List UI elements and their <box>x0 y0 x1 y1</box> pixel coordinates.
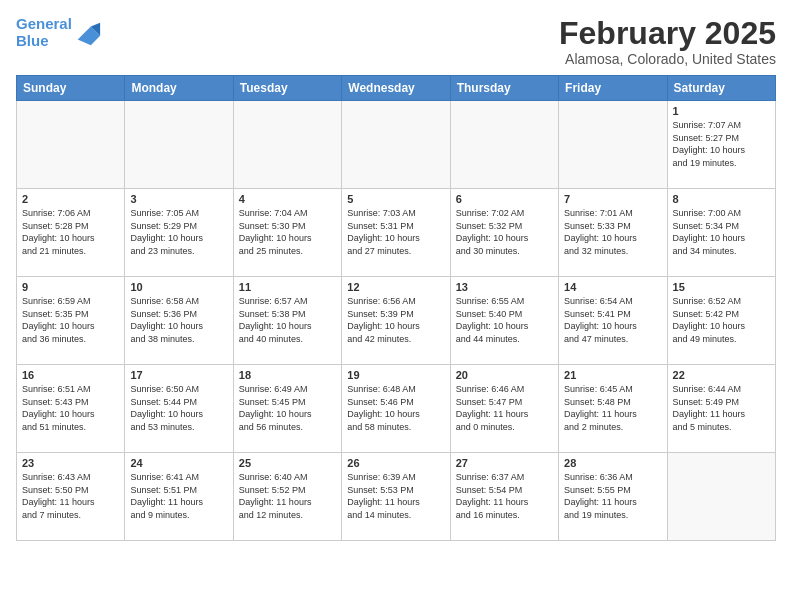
week-row-0: 1Sunrise: 7:07 AMSunset: 5:27 PMDaylight… <box>17 101 776 189</box>
day-number: 28 <box>564 457 661 469</box>
calendar-cell: 12Sunrise: 6:56 AMSunset: 5:39 PMDayligh… <box>342 277 450 365</box>
day-number: 22 <box>673 369 770 381</box>
day-info: Sunrise: 6:40 AMSunset: 5:52 PMDaylight:… <box>239 471 336 521</box>
calendar-cell <box>450 101 558 189</box>
title-block: February 2025 Alamosa, Colorado, United … <box>559 16 776 67</box>
day-info: Sunrise: 6:50 AMSunset: 5:44 PMDaylight:… <box>130 383 227 433</box>
day-info: Sunrise: 6:56 AMSunset: 5:39 PMDaylight:… <box>347 295 444 345</box>
day-info: Sunrise: 6:39 AMSunset: 5:53 PMDaylight:… <box>347 471 444 521</box>
day-info: Sunrise: 7:03 AMSunset: 5:31 PMDaylight:… <box>347 207 444 257</box>
day-info: Sunrise: 7:01 AMSunset: 5:33 PMDaylight:… <box>564 207 661 257</box>
day-info: Sunrise: 7:00 AMSunset: 5:34 PMDaylight:… <box>673 207 770 257</box>
week-row-2: 9Sunrise: 6:59 AMSunset: 5:35 PMDaylight… <box>17 277 776 365</box>
calendar-cell: 23Sunrise: 6:43 AMSunset: 5:50 PMDayligh… <box>17 453 125 541</box>
calendar-subtitle: Alamosa, Colorado, United States <box>559 51 776 67</box>
calendar-cell: 2Sunrise: 7:06 AMSunset: 5:28 PMDaylight… <box>17 189 125 277</box>
day-number: 13 <box>456 281 553 293</box>
calendar-cell: 17Sunrise: 6:50 AMSunset: 5:44 PMDayligh… <box>125 365 233 453</box>
calendar-cell: 9Sunrise: 6:59 AMSunset: 5:35 PMDaylight… <box>17 277 125 365</box>
day-number: 4 <box>239 193 336 205</box>
day-number: 8 <box>673 193 770 205</box>
calendar-cell: 24Sunrise: 6:41 AMSunset: 5:51 PMDayligh… <box>125 453 233 541</box>
calendar-cell: 6Sunrise: 7:02 AMSunset: 5:32 PMDaylight… <box>450 189 558 277</box>
weekday-header-wednesday: Wednesday <box>342 76 450 101</box>
week-row-3: 16Sunrise: 6:51 AMSunset: 5:43 PMDayligh… <box>17 365 776 453</box>
calendar-title: February 2025 <box>559 16 776 51</box>
day-info: Sunrise: 6:59 AMSunset: 5:35 PMDaylight:… <box>22 295 119 345</box>
day-info: Sunrise: 6:36 AMSunset: 5:55 PMDaylight:… <box>564 471 661 521</box>
calendar-cell <box>233 101 341 189</box>
day-number: 10 <box>130 281 227 293</box>
day-number: 17 <box>130 369 227 381</box>
day-number: 1 <box>673 105 770 117</box>
day-number: 5 <box>347 193 444 205</box>
weekday-header-friday: Friday <box>559 76 667 101</box>
day-number: 3 <box>130 193 227 205</box>
calendar-cell: 1Sunrise: 7:07 AMSunset: 5:27 PMDaylight… <box>667 101 775 189</box>
day-number: 2 <box>22 193 119 205</box>
day-info: Sunrise: 7:04 AMSunset: 5:30 PMDaylight:… <box>239 207 336 257</box>
week-row-1: 2Sunrise: 7:06 AMSunset: 5:28 PMDaylight… <box>17 189 776 277</box>
day-number: 21 <box>564 369 661 381</box>
day-info: Sunrise: 6:55 AMSunset: 5:40 PMDaylight:… <box>456 295 553 345</box>
day-number: 18 <box>239 369 336 381</box>
calendar-cell: 20Sunrise: 6:46 AMSunset: 5:47 PMDayligh… <box>450 365 558 453</box>
calendar-cell: 28Sunrise: 6:36 AMSunset: 5:55 PMDayligh… <box>559 453 667 541</box>
page-header: GeneralBlue February 2025 Alamosa, Color… <box>16 16 776 67</box>
day-info: Sunrise: 7:05 AMSunset: 5:29 PMDaylight:… <box>130 207 227 257</box>
day-info: Sunrise: 6:44 AMSunset: 5:49 PMDaylight:… <box>673 383 770 433</box>
day-info: Sunrise: 6:51 AMSunset: 5:43 PMDaylight:… <box>22 383 119 433</box>
logo-icon <box>74 19 102 47</box>
logo: GeneralBlue <box>16 16 102 49</box>
calendar-cell: 27Sunrise: 6:37 AMSunset: 5:54 PMDayligh… <box>450 453 558 541</box>
day-number: 9 <box>22 281 119 293</box>
calendar-cell: 4Sunrise: 7:04 AMSunset: 5:30 PMDaylight… <box>233 189 341 277</box>
day-number: 11 <box>239 281 336 293</box>
calendar-cell: 5Sunrise: 7:03 AMSunset: 5:31 PMDaylight… <box>342 189 450 277</box>
day-number: 16 <box>22 369 119 381</box>
day-info: Sunrise: 7:07 AMSunset: 5:27 PMDaylight:… <box>673 119 770 169</box>
day-number: 26 <box>347 457 444 469</box>
calendar-cell: 26Sunrise: 6:39 AMSunset: 5:53 PMDayligh… <box>342 453 450 541</box>
weekday-header-monday: Monday <box>125 76 233 101</box>
calendar-cell: 7Sunrise: 7:01 AMSunset: 5:33 PMDaylight… <box>559 189 667 277</box>
day-info: Sunrise: 6:58 AMSunset: 5:36 PMDaylight:… <box>130 295 227 345</box>
day-number: 27 <box>456 457 553 469</box>
day-number: 12 <box>347 281 444 293</box>
week-row-4: 23Sunrise: 6:43 AMSunset: 5:50 PMDayligh… <box>17 453 776 541</box>
day-info: Sunrise: 6:54 AMSunset: 5:41 PMDaylight:… <box>564 295 661 345</box>
day-info: Sunrise: 6:46 AMSunset: 5:47 PMDaylight:… <box>456 383 553 433</box>
logo-text: GeneralBlue <box>16 16 72 49</box>
calendar-cell: 10Sunrise: 6:58 AMSunset: 5:36 PMDayligh… <box>125 277 233 365</box>
weekday-header-sunday: Sunday <box>17 76 125 101</box>
calendar-cell: 3Sunrise: 7:05 AMSunset: 5:29 PMDaylight… <box>125 189 233 277</box>
day-number: 6 <box>456 193 553 205</box>
calendar-table: SundayMondayTuesdayWednesdayThursdayFrid… <box>16 75 776 541</box>
day-number: 25 <box>239 457 336 469</box>
calendar-cell: 14Sunrise: 6:54 AMSunset: 5:41 PMDayligh… <box>559 277 667 365</box>
calendar-cell <box>125 101 233 189</box>
day-number: 15 <box>673 281 770 293</box>
calendar-cell: 25Sunrise: 6:40 AMSunset: 5:52 PMDayligh… <box>233 453 341 541</box>
calendar-cell: 19Sunrise: 6:48 AMSunset: 5:46 PMDayligh… <box>342 365 450 453</box>
day-number: 19 <box>347 369 444 381</box>
day-info: Sunrise: 6:48 AMSunset: 5:46 PMDaylight:… <box>347 383 444 433</box>
day-info: Sunrise: 6:52 AMSunset: 5:42 PMDaylight:… <box>673 295 770 345</box>
day-info: Sunrise: 6:57 AMSunset: 5:38 PMDaylight:… <box>239 295 336 345</box>
calendar-cell <box>17 101 125 189</box>
day-info: Sunrise: 6:41 AMSunset: 5:51 PMDaylight:… <box>130 471 227 521</box>
calendar-cell: 8Sunrise: 7:00 AMSunset: 5:34 PMDaylight… <box>667 189 775 277</box>
day-number: 24 <box>130 457 227 469</box>
day-info: Sunrise: 7:02 AMSunset: 5:32 PMDaylight:… <box>456 207 553 257</box>
calendar-cell: 22Sunrise: 6:44 AMSunset: 5:49 PMDayligh… <box>667 365 775 453</box>
weekday-header-saturday: Saturday <box>667 76 775 101</box>
day-info: Sunrise: 6:37 AMSunset: 5:54 PMDaylight:… <box>456 471 553 521</box>
calendar-cell <box>667 453 775 541</box>
calendar-cell: 13Sunrise: 6:55 AMSunset: 5:40 PMDayligh… <box>450 277 558 365</box>
calendar-cell: 16Sunrise: 6:51 AMSunset: 5:43 PMDayligh… <box>17 365 125 453</box>
day-number: 14 <box>564 281 661 293</box>
calendar-cell: 15Sunrise: 6:52 AMSunset: 5:42 PMDayligh… <box>667 277 775 365</box>
day-info: Sunrise: 6:45 AMSunset: 5:48 PMDaylight:… <box>564 383 661 433</box>
calendar-cell <box>559 101 667 189</box>
calendar-cell <box>342 101 450 189</box>
